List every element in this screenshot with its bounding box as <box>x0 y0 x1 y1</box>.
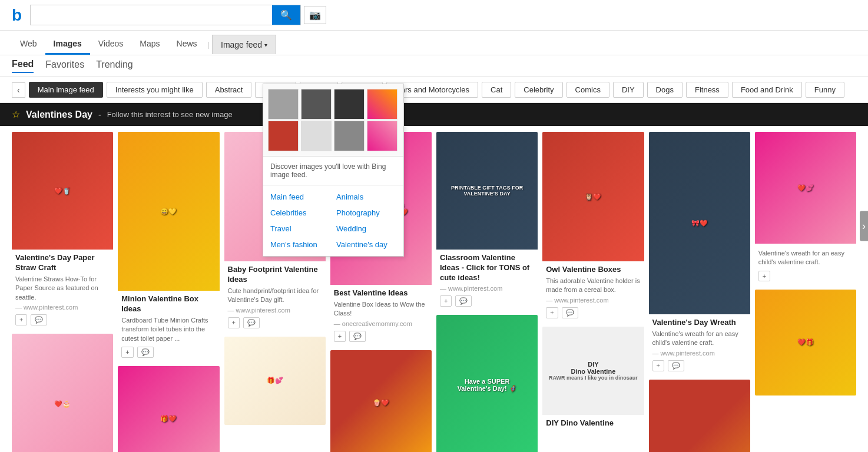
pin-img-super: Have a SUPERValentine's Day! 🦸 <box>436 315 538 452</box>
pin-info-minion: Minion Valentine Box Ideas Cardboard Tub… <box>118 291 219 344</box>
dropdown-link-wedding[interactable]: Wedding <box>336 222 396 235</box>
pin-title-owl: Owl Valentine Boxes <box>546 265 640 275</box>
tab-food-and-drink[interactable]: Food and Drink <box>732 82 802 98</box>
tab-main-image-feed[interactable]: Main image feed <box>29 82 103 98</box>
pin-owl[interactable]: 🦉❤️ Owl Valentine Boxes This adorable Va… <box>542 132 644 322</box>
tab-interests[interactable]: Interests you might like <box>107 82 203 98</box>
pin-img-owl: 🦉❤️ <box>542 132 644 261</box>
pin-img-popcorn-overlay: 🍿❤️ <box>330 350 432 452</box>
preview-img-8 <box>367 121 397 151</box>
search-button[interactable]: 🔍 <box>272 5 300 25</box>
dropdown-link-celebrities[interactable]: Celebrities <box>270 206 330 220</box>
tab-fitness[interactable]: Fitness <box>686 82 728 98</box>
right-expand-button[interactable]: › <box>860 211 868 241</box>
tab-comics[interactable]: Comics <box>566 82 609 98</box>
pin-info-classroom: Classroom Valentine Ideas - Click for TO… <box>436 250 538 293</box>
pin-comment-btn-footprint[interactable]: 💬 <box>243 317 260 328</box>
pin-img-partial2-overlay: ❤️🎁 <box>755 290 856 396</box>
main-content: ❤️🥤 Valentine's Day Paper Straw Craft Va… <box>0 126 868 452</box>
tab-trending[interactable]: Trending <box>96 59 133 72</box>
pin-add-btn-wreath[interactable]: + <box>652 360 664 371</box>
nav-separator: | <box>208 40 210 49</box>
pin-wreath[interactable]: 🎀❤️ Valentine's Day Wreath Valentine's w… <box>649 132 750 375</box>
pin-cake[interactable]: ❤️🎂 <box>12 334 113 452</box>
pin-partial1[interactable]: ❤️💕 Valentine's wreath for an easy child… <box>755 132 856 285</box>
dropdown-link-travel[interactable]: Travel <box>270 222 330 235</box>
nav-maps[interactable]: Maps <box>131 34 168 55</box>
dropdown-link-photography[interactable]: Photography <box>336 206 396 220</box>
pin-img-partial1-overlay: ❤️💕 <box>755 132 856 244</box>
pin-actions-best-valentine: + 💬 <box>330 328 432 345</box>
image-feed-dropdown-button[interactable]: Image feed ▾ <box>212 35 276 54</box>
tab-funny[interactable]: Funny <box>806 82 844 98</box>
pin-img-cake-overlay: ❤️🎂 <box>12 334 113 452</box>
pin-info-straws: Valentine's Day Paper Straw Craft Valent… <box>12 250 113 312</box>
pin-partial2[interactable]: ❤️🎁 <box>755 290 856 396</box>
tab-celebrity[interactable]: Celebrity <box>515 82 562 98</box>
dropdown-preview <box>263 84 403 157</box>
tab-feed[interactable]: Feed <box>12 59 34 73</box>
image-feed-dropdown[interactable]: Image feed ▾ <box>212 35 276 54</box>
dropdown-links: Main feed Animals Celebrities Photograph… <box>263 185 403 256</box>
masonry-col-0: ❤️🥤 Valentine's Day Paper Straw Craft Va… <box>12 132 113 452</box>
pin-info-best-valentine: Best Valentine Ideas Valentine Box Ideas… <box>330 285 432 328</box>
dropdown-link-valentines-day[interactable]: Valentine's day <box>336 238 396 251</box>
pin-minion[interactable]: 😄💛 Minion Valentine Box Ideas Cardboard … <box>118 132 219 361</box>
dropdown-link-main-feed[interactable]: Main feed <box>270 190 330 204</box>
tab-favorites[interactable]: Favorites <box>45 59 84 72</box>
preview-img-5 <box>268 121 299 151</box>
pin-comment-btn-straws[interactable]: 💬 <box>31 314 47 325</box>
pin-dino[interactable]: DIYDino ValentineRAWR means I like you i… <box>542 327 644 430</box>
pin-valentine-straws[interactable]: ❤️🥤 Valentine's Day Paper Straw Craft Va… <box>12 132 113 329</box>
tab-dogs[interactable]: Dogs <box>647 82 683 98</box>
dropdown-link-animals[interactable]: Animals <box>336 190 396 204</box>
pin-comment-btn-best-valentine[interactable]: 💬 <box>349 331 366 342</box>
pin-add-btn-classroom[interactable]: + <box>440 295 452 307</box>
pin-img-overlay: ❤️🥤 <box>12 132 113 250</box>
feed-prev-button[interactable]: ‹ <box>12 82 25 98</box>
camera-button[interactable]: 📷 <box>304 6 326 24</box>
pin-add-btn-footprint[interactable]: + <box>228 317 240 328</box>
pin-add-btn-best-valentine[interactable]: + <box>334 331 346 342</box>
pin-img-giftbag-overlay: 🎁💕 <box>224 337 326 425</box>
nav-web[interactable]: Web <box>12 34 45 55</box>
pin-comment-btn-minion[interactable]: 💬 <box>137 347 154 358</box>
pin-info-dino: DIY Dino Valentine <box>542 415 644 430</box>
nav-videos[interactable]: Videos <box>90 34 132 55</box>
preview-img-7 <box>334 121 365 151</box>
pin-comment-btn-wreath[interactable]: 💬 <box>668 360 684 371</box>
nav-news[interactable]: News <box>168 34 206 55</box>
tab-diy[interactable]: DIY <box>613 82 644 98</box>
pin-add-btn-minion[interactable]: + <box>121 347 133 358</box>
image-feed-label: Image feed <box>221 40 262 49</box>
tab-cat[interactable]: Cat <box>482 82 511 98</box>
pin-title-dino: DIY Dino Valentine <box>546 418 640 428</box>
pin-gift-bag[interactable]: 🎁💕 <box>224 337 326 425</box>
pin-title-classroom: Classroom Valentine Ideas - Click for TO… <box>440 253 534 283</box>
pin-add-btn-partial1[interactable]: + <box>758 271 770 281</box>
banner-title: Valentines Day <box>26 109 92 120</box>
masonry-grid: ❤️🥤 Valentine's Day Paper Straw Craft Va… <box>12 132 856 452</box>
pin-img-wreath: 🎀❤️ <box>649 132 750 314</box>
pin-add-btn-owl[interactable]: + <box>546 307 558 318</box>
nav-images[interactable]: Images <box>45 34 90 55</box>
pin-101-treats[interactable]: 101Valentine's DayTreat Ideas 🍬 101 Trea… <box>649 380 750 452</box>
pin-super-valentines-day[interactable]: Have a SUPERValentine's Day! 🦸 <box>436 315 538 452</box>
pin-comment-btn-owl[interactable]: 💬 <box>562 307 578 318</box>
pin-img-gift-bag: 🎁💕 <box>224 337 326 425</box>
pin-treat-bag[interactable]: 🎁❤️ <box>118 366 219 452</box>
pin-img-dino-overlay: DIYDino ValentineRAWR means I like you i… <box>542 327 644 415</box>
pin-title-footprint: Baby Footprint Valentine Ideas <box>228 265 322 285</box>
tab-abstract[interactable]: Abstract <box>206 82 252 98</box>
pin-source-footprint: — www.pinterest.com <box>228 307 322 314</box>
banner-subtitle: Follow this interest to see new image <box>107 110 233 119</box>
pin-classroom[interactable]: PRINTABLE GIFT TAGS FORVALENTINE'S DAY C… <box>436 132 538 310</box>
pin-add-btn-straws[interactable]: + <box>15 314 27 325</box>
pin-comment-btn-classroom[interactable]: 💬 <box>455 295 472 307</box>
search-input[interactable] <box>31 6 272 24</box>
pin-actions-classroom: + 💬 <box>436 293 538 310</box>
dropdown-link-mens-fashion[interactable]: Men's fashion <box>270 238 330 251</box>
bing-logo: b <box>12 6 21 25</box>
pin-actions-straws: + 💬 <box>12 312 113 329</box>
pin-popcorn[interactable]: 🍿❤️ <box>330 350 432 452</box>
